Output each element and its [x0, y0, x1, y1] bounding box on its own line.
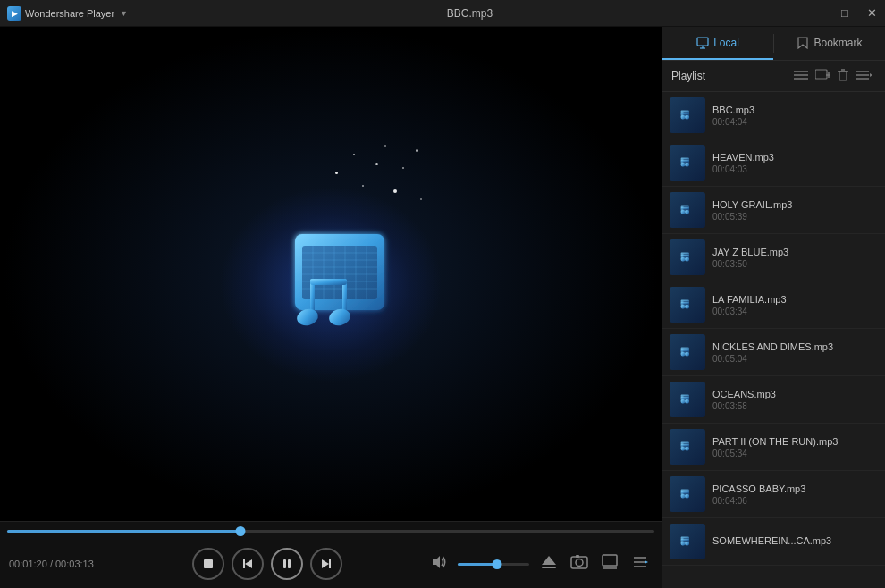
track-name: PICASSO BABY.mp3	[712, 483, 878, 494]
track-name: LA FAMILIA.mp3	[712, 294, 878, 305]
playlist-item[interactable]: JAY Z BLUE.mp3 00:03:50	[662, 234, 885, 281]
tab-local-label: Local	[713, 37, 739, 49]
progress-area[interactable]	[0, 522, 662, 540]
tab-local[interactable]: Local	[662, 27, 773, 60]
eject-button[interactable]	[536, 550, 561, 578]
track-info: PART II (ON THE RUN).mp3 00:05:34	[712, 436, 878, 458]
track-duration: 00:04:04	[712, 117, 878, 127]
playlist-label: Playlist	[671, 70, 790, 82]
track-name: OCEANS.mp3	[712, 389, 878, 399]
screenshot-button[interactable]	[567, 550, 592, 578]
next-button[interactable]	[310, 548, 342, 580]
progress-thumb	[235, 526, 245, 536]
track-duration: 00:03:34	[712, 307, 878, 316]
track-thumbnail	[670, 524, 705, 559]
svg-marker-41	[798, 38, 807, 48]
pause-button[interactable]	[271, 548, 303, 580]
stop-button[interactable]	[192, 548, 224, 580]
music-note-icon	[241, 185, 420, 364]
playlist-item[interactable]: PICASSO BABY.mp3 00:04:06	[662, 471, 885, 518]
svg-rect-73	[685, 257, 689, 262]
track-name: JAY Z BLUE.mp3	[712, 247, 878, 257]
svg-rect-64	[681, 160, 689, 161]
svg-marker-37	[645, 560, 648, 564]
prev-button[interactable]	[232, 548, 264, 580]
svg-rect-87	[681, 399, 686, 404]
titlebar: ▶ Wondershare Player ▼ BBC.mp3 − □ ✕	[0, 0, 885, 27]
current-time: 00:01:20	[9, 559, 47, 569]
svg-rect-57	[681, 115, 686, 120]
app-dropdown-icon[interactable]: ▼	[120, 9, 128, 18]
progress-track[interactable]	[7, 530, 654, 533]
controls-bar: 00:01:20 / 00:03:13	[0, 521, 662, 588]
window-controls: − □ ✕	[805, 0, 885, 26]
volume-button[interactable]	[427, 550, 451, 577]
track-thumbnail	[670, 382, 705, 417]
track-info: NICKLES AND DIMES.mp3 00:05:04	[712, 341, 878, 364]
svg-rect-89	[681, 397, 689, 398]
svg-rect-20	[243, 559, 245, 568]
playlist-add-button[interactable]	[812, 67, 833, 86]
svg-rect-77	[681, 305, 686, 309]
svg-rect-48	[839, 71, 847, 80]
svg-rect-78	[685, 305, 689, 309]
playlist-toggle-button[interactable]	[628, 550, 653, 578]
sparkle-dot	[353, 154, 355, 155]
svg-rect-58	[685, 115, 689, 120]
playlist-delete-button[interactable]	[833, 67, 853, 86]
svg-rect-23	[288, 559, 291, 568]
volume-slider[interactable]	[458, 563, 529, 566]
tab-bookmark[interactable]: Bookmark	[774, 27, 885, 60]
playlist-menu-button[interactable]	[790, 67, 812, 85]
main-layout: 00:01:20 / 00:03:13	[0, 27, 885, 588]
track-name: NICKLES AND DIMES.mp3	[712, 341, 878, 352]
playlist-item[interactable]: BBC.mp3 00:04:04	[662, 92, 885, 139]
controls-row: 00:01:20 / 00:03:13	[0, 540, 662, 588]
track-info: OCEANS.mp3 00:03:58	[712, 389, 878, 411]
track-name: BBC.mp3	[712, 105, 878, 115]
track-info: HEAVEN.mp3 00:04:03	[712, 152, 878, 174]
track-thumbnail	[670, 429, 705, 465]
maximize-button[interactable]: □	[831, 0, 858, 27]
extra-buttons	[536, 550, 653, 578]
playlist-item[interactable]: NICKLES AND DIMES.mp3 00:05:04	[662, 329, 885, 376]
track-thumbnail	[670, 192, 705, 228]
minimize-button[interactable]: −	[805, 0, 831, 27]
svg-rect-28	[542, 567, 556, 568]
track-thumbnail	[670, 334, 705, 370]
svg-rect-103	[685, 542, 689, 546]
track-thumbnail	[670, 239, 705, 275]
fullscreen-button[interactable]	[597, 550, 622, 578]
svg-rect-68	[685, 210, 689, 214]
playlist-item[interactable]: OCEANS.mp3 00:03:58	[662, 376, 885, 424]
playlist-item[interactable]: SOMEWHEREIN...CA.mp3	[662, 518, 885, 566]
playlist-header: Playlist	[662, 61, 885, 92]
svg-rect-98	[685, 494, 689, 499]
progress-fill	[7, 530, 240, 533]
svg-rect-19	[204, 559, 213, 568]
window-title: BBC.mp3	[135, 7, 805, 20]
music-visualization	[197, 118, 465, 431]
track-info: LA FAMILIA.mp3 00:03:34	[712, 294, 878, 316]
playlist-more-button[interactable]	[853, 67, 876, 86]
playlist-item[interactable]: HEAVEN.mp3 00:04:03	[662, 139, 885, 187]
svg-rect-79	[681, 302, 689, 303]
svg-rect-74	[681, 255, 689, 256]
svg-rect-38	[697, 38, 708, 46]
track-info: SOMEWHEREIN...CA.mp3	[712, 535, 878, 548]
tab-bookmark-label: Bookmark	[813, 37, 862, 49]
time-display: 00:01:20 / 00:03:13	[9, 559, 107, 569]
track-name: SOMEWHEREIN...CA.mp3	[712, 535, 878, 546]
playlist-item[interactable]: HOLY GRAIL.mp3 00:05:39	[662, 187, 885, 234]
close-button[interactable]: ✕	[858, 0, 885, 27]
playlist-item[interactable]: LA FAMILIA.mp3 00:03:34	[662, 281, 885, 329]
svg-rect-99	[681, 491, 689, 492]
track-duration: 00:05:39	[712, 212, 878, 222]
svg-rect-69	[681, 207, 689, 208]
svg-rect-84	[681, 349, 689, 350]
volume-fill	[458, 563, 497, 566]
svg-rect-88	[685, 399, 689, 404]
tab-bar: Local Bookmark	[662, 27, 885, 61]
playlist-item[interactable]: PART II (ON THE RUN).mp3 00:05:34	[662, 424, 885, 471]
svg-marker-26	[433, 556, 440, 568]
